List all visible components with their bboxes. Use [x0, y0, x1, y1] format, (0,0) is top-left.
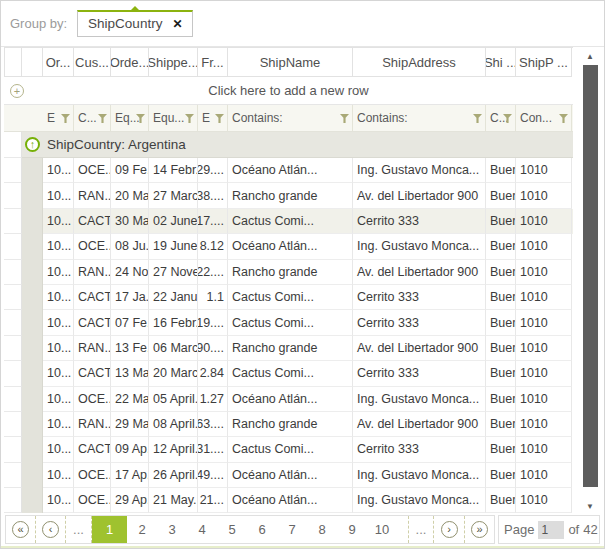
scroll-up-icon[interactable]: ▲: [586, 51, 594, 63]
cell-ship-address[interactable]: Ing. Gustavo Monca...: [353, 158, 486, 183]
cell-customer[interactable]: CACTU: [74, 209, 111, 234]
table-row[interactable]: 10...OCE...17 Ap...26 April...49....Océa…: [4, 463, 573, 488]
cell-ship-city[interactable]: Buen...: [486, 158, 516, 183]
cell-shipped-date[interactable]: 22 Janu...: [149, 285, 198, 310]
cell-ship-postal[interactable]: 1010: [516, 387, 572, 412]
cell-ship-name[interactable]: Cactus Comi...: [228, 209, 353, 234]
cell-ship-postal[interactable]: 1010: [516, 158, 572, 183]
cell-ship-postal[interactable]: 1010: [516, 412, 572, 437]
cell-ship-name[interactable]: Océano Atlán...: [228, 387, 353, 412]
page-number-input[interactable]: [538, 521, 564, 539]
cell-shipped-date[interactable]: 14 Febr...: [149, 158, 198, 183]
cell-order-date[interactable]: 24 No...: [111, 260, 149, 285]
cell-order-date[interactable]: 29 Ap...: [111, 488, 149, 513]
vertical-scrollbar[interactable]: ▲ ▼: [582, 51, 598, 513]
cell-order-id[interactable]: 10...: [43, 336, 74, 361]
filter-cell[interactable]: Con...: [516, 105, 572, 131]
cell-ship-postal[interactable]: 1010: [516, 183, 572, 208]
column-header[interactable]: Or...: [43, 48, 74, 77]
cell-customer[interactable]: RAN...: [74, 183, 111, 208]
filter-cell[interactable]: Contains:: [228, 105, 353, 131]
cell-freight[interactable]: 29....: [198, 158, 228, 183]
cell-ship-postal[interactable]: 1010: [516, 437, 572, 462]
filter-cell[interactable]: E: [43, 105, 74, 131]
cell-customer[interactable]: CACTU: [74, 285, 111, 310]
filter-funnel-icon[interactable]: [559, 114, 568, 123]
cell-ship-address[interactable]: Cerrito 333: [353, 437, 486, 462]
cell-ship-name[interactable]: Océano Atlán...: [228, 158, 353, 183]
cell-customer[interactable]: CACTU: [74, 361, 111, 386]
cell-ship-postal[interactable]: 1010: [516, 310, 572, 335]
cell-customer[interactable]: OCE...: [74, 488, 111, 513]
page-button-6[interactable]: 6: [247, 516, 277, 543]
cell-freight[interactable]: 31....: [198, 437, 228, 462]
table-row[interactable]: 10...CACTU13 Ma...20 Marc...2.84Cactus C…: [4, 361, 573, 386]
prev-page-button[interactable]: ‹: [36, 516, 66, 543]
column-header[interactable]: Orde...: [111, 48, 149, 77]
cell-ship-address[interactable]: Cerrito 333: [353, 285, 486, 310]
cell-shipped-date[interactable]: 27 Marc...: [149, 183, 198, 208]
cell-ship-city[interactable]: Buen...: [486, 183, 516, 208]
cell-order-id[interactable]: 10...: [43, 209, 74, 234]
table-row[interactable]: 10...CACTU09 Ap...12 April...31....Cactu…: [4, 437, 573, 462]
column-header[interactable]: Fr...: [198, 48, 228, 77]
column-header[interactable]: ShipAddress: [353, 48, 486, 77]
cell-ship-address[interactable]: Ing. Gustavo Monca...: [353, 387, 486, 412]
cell-ship-name[interactable]: Cactus Comi...: [228, 310, 353, 335]
cell-order-id[interactable]: 10...: [43, 310, 74, 335]
table-row[interactable]: 10...OCE...08 Ju...19 June...8.12Océano …: [4, 234, 573, 259]
cell-freight[interactable]: 2.84: [198, 361, 228, 386]
page-button-4[interactable]: 4: [187, 516, 217, 543]
cell-order-date[interactable]: 09 Ap...: [111, 437, 149, 462]
page-button-3[interactable]: 3: [157, 516, 187, 543]
cell-ship-postal[interactable]: 1010: [516, 488, 572, 513]
cell-shipped-date[interactable]: 26 April...: [149, 463, 198, 488]
cell-ship-name[interactable]: Cactus Comi...: [228, 361, 353, 386]
cell-ship-postal[interactable]: 1010: [516, 336, 572, 361]
scrollbar-thumb[interactable]: [583, 65, 598, 487]
table-row[interactable]: 10...CACTU30 Ma...02 June...17....Cactus…: [4, 209, 573, 234]
group-chip-shipcountry[interactable]: ShipCountry ✕: [77, 10, 193, 37]
cell-shipped-date[interactable]: 19 June...: [149, 234, 198, 259]
cell-order-date[interactable]: 13 Ma...: [111, 361, 149, 386]
cell-ship-name[interactable]: Cactus Comi...: [228, 437, 353, 462]
table-row[interactable]: 10...OCE...22 Ma...05 April...1.27Océano…: [4, 387, 573, 412]
cell-ship-city[interactable]: Buen...: [486, 361, 516, 386]
filter-cell[interactable]: E: [198, 105, 228, 131]
cell-order-date[interactable]: 09 Fe...: [111, 158, 149, 183]
filter-funnel-icon[interactable]: [185, 114, 194, 123]
cell-ship-postal[interactable]: 1010: [516, 463, 572, 488]
table-row[interactable]: 10...CACTU07 Fe...16 Febr...19....Cactus…: [4, 310, 573, 335]
cell-shipped-date[interactable]: 16 Febr...: [149, 310, 198, 335]
filter-cell[interactable]: Contains:: [353, 105, 486, 131]
cell-order-date[interactable]: 17 Ja...: [111, 285, 149, 310]
column-header[interactable]: Shi ...: [486, 48, 516, 77]
cell-ship-postal[interactable]: 1010: [516, 260, 572, 285]
table-row[interactable]: 10...OCE...29 Ap...21 May...21...Océano …: [4, 488, 573, 513]
cell-freight[interactable]: 38....: [198, 183, 228, 208]
cell-ship-postal[interactable]: 1010: [516, 234, 572, 259]
page-button-2[interactable]: 2: [127, 516, 157, 543]
cell-ship-city[interactable]: Buen...: [486, 310, 516, 335]
cell-shipped-date[interactable]: 05 April...: [149, 387, 198, 412]
table-row[interactable]: 10...RAN...29 Ma...08 April...63....Ranc…: [4, 412, 573, 437]
cell-ship-name[interactable]: Océano Atlán...: [228, 463, 353, 488]
cell-freight[interactable]: 17....: [198, 209, 228, 234]
cell-order-id[interactable]: 10...: [43, 234, 74, 259]
cell-freight[interactable]: 8.12: [198, 234, 228, 259]
cell-customer[interactable]: OCE...: [74, 234, 111, 259]
cell-freight[interactable]: 49....: [198, 463, 228, 488]
column-header[interactable]: ShipP ...: [516, 48, 572, 77]
filter-funnel-icon[interactable]: [98, 114, 107, 123]
cell-ship-postal[interactable]: 1010: [516, 209, 572, 234]
filter-cell[interactable]: Equ...: [149, 105, 198, 131]
cell-order-date[interactable]: 08 Ju...: [111, 234, 149, 259]
cell-customer[interactable]: CACTU: [74, 310, 111, 335]
cell-shipped-date[interactable]: 20 Marc...: [149, 361, 198, 386]
cell-ship-city[interactable]: Buen...: [486, 488, 516, 513]
cell-freight[interactable]: 90....: [198, 336, 228, 361]
collapse-up-arrow-icon[interactable]: ↑: [25, 137, 40, 152]
cell-ship-address[interactable]: Av. del Libertador 900: [353, 260, 486, 285]
group-header[interactable]: ↑ ShipCountry: Argentina: [22, 132, 573, 158]
cell-order-id[interactable]: 10...: [43, 260, 74, 285]
